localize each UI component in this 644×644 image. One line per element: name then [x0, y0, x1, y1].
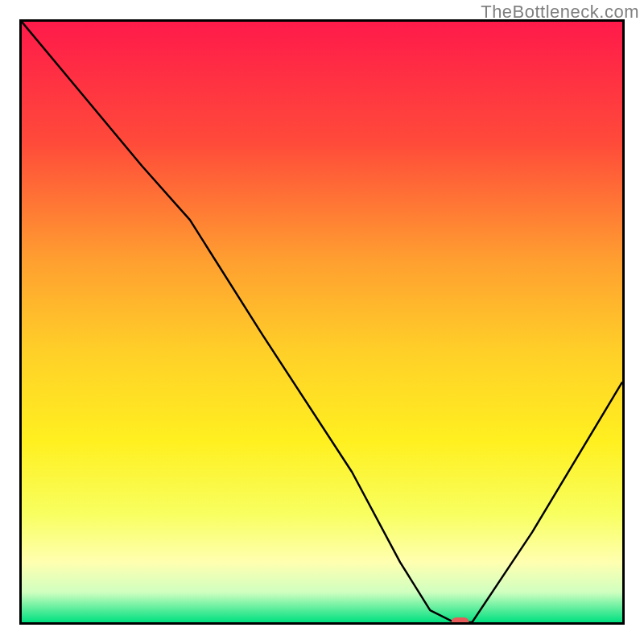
plot-area	[19, 19, 625, 625]
chart-svg	[22, 22, 622, 622]
chart-container: TheBottleneck.com	[0, 0, 644, 644]
optimal-marker	[452, 617, 469, 622]
